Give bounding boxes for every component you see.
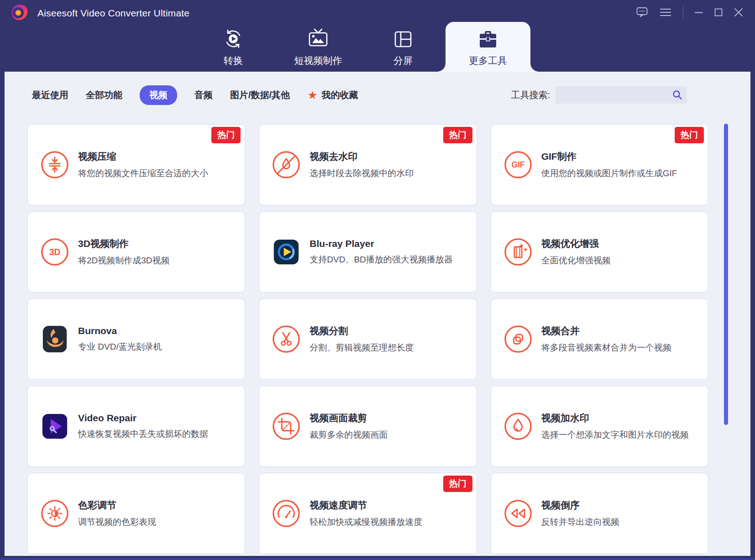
hot-badge: 热门 (211, 127, 241, 143)
filter-tab-2[interactable]: 视频 (140, 85, 177, 105)
nav-label: 短视频制作 (294, 54, 342, 67)
toolbox-icon (477, 26, 498, 51)
tool-card[interactable]: 3D 3D视频制作 将2D视频制作成3D视频 (27, 211, 245, 293)
bluray-app-icon (272, 238, 300, 266)
tool-card[interactable]: Burnova 专业 DVD/蓝光刻录机 (27, 298, 245, 380)
tool-card-desc: 全面优化增强视频 (541, 254, 611, 267)
filter-tab-3[interactable]: 音频 (194, 85, 213, 105)
tool-card-desc: 使用您的视频或图片制作或生成GIF (541, 167, 677, 180)
tool-card[interactable]: 热门 视频去水印 选择时段去除视频中的水印 (259, 124, 477, 205)
search-label: 工具搜索: (511, 89, 550, 101)
tool-card-desc: 专业 DVD/蓝光刻录机 (78, 340, 162, 353)
tool-card[interactable]: 视频加水印 选择一个想添加文字和图片水印的视频 (491, 386, 708, 467)
tool-card-desc: 选择时段去除视频中的水印 (309, 167, 414, 180)
search-area: 工具搜索: (511, 86, 687, 104)
close-icon[interactable] (734, 8, 743, 17)
titlebar-divider (683, 6, 683, 18)
nav-tab-more-tools[interactable]: 更多工具 (446, 22, 530, 72)
tool-card[interactable]: 视频合并 将多段音视频素材合并为一个视频 (491, 298, 708, 380)
search-box (556, 86, 687, 104)
content-panel: 最近使用 全部功能 视频 音频 图片/数据/其他 ★ 我的收藏 工具搜索: (5, 72, 750, 556)
minimize-icon[interactable] (695, 8, 703, 16)
filter-tab-5[interactable]: ★ 我的收藏 (307, 85, 358, 105)
filter-tab-0[interactable]: 最近使用 (32, 85, 68, 105)
hot-badge: 热门 (675, 127, 704, 143)
color-adjust-icon (41, 499, 69, 528)
maximize-icon[interactable] (714, 8, 723, 16)
speed-icon (272, 499, 300, 528)
brand: Aiseesoft Video Converter Ultimate (10, 3, 189, 24)
filter-tab-4[interactable]: 图片/数据/其他 (230, 85, 290, 105)
threed-circle-icon: 3D (41, 238, 69, 266)
scrollbar-thumb[interactable] (724, 124, 728, 425)
tool-card-title: 视频压缩 (78, 150, 208, 163)
video-split-icon (272, 325, 300, 353)
nav-tab-convert[interactable]: 转换 (191, 22, 276, 72)
tool-card-desc: 支持DVD、BD播放的强大视频播放器 (309, 253, 453, 266)
crop-icon (272, 412, 300, 440)
nav-tab-short-video[interactable]: 短视频制作 (276, 22, 361, 72)
reverse-icon (504, 499, 532, 528)
tool-card[interactable]: 色彩调节 调节视频的色彩表现 (27, 473, 245, 554)
tool-card-title: Burnova (78, 325, 162, 336)
compress-icon (41, 151, 69, 179)
filter-tabs: 最近使用 全部功能 视频 音频 图片/数据/其他 ★ 我的收藏 (32, 85, 358, 105)
tool-card-title: 视频优化增强 (541, 237, 611, 250)
tool-card-title: 视频速度调节 (309, 499, 422, 512)
tool-card-title: GIF制作 (541, 150, 677, 163)
tool-card[interactable]: Video Repair 快速恢复视频中丢失或损坏的数据 (27, 386, 245, 467)
hot-badge: 热门 (443, 476, 472, 492)
tool-card-title: 视频倒序 (541, 499, 619, 512)
split-screen-icon (393, 26, 413, 51)
tool-card-title: 视频画面裁剪 (309, 412, 388, 424)
nav-label: 转换 (224, 54, 243, 67)
filter-tab-1[interactable]: 全部功能 (86, 85, 122, 105)
tool-card-desc: 反转并导出逆向视频 (541, 516, 619, 529)
tool-card-desc: 将您的视频文件压缩至合适的大小 (78, 167, 208, 180)
tool-card[interactable]: 热门 视频速度调节 轻松加快或减慢视频播放速度 (259, 473, 477, 554)
tool-card-desc: 快速恢复视频中丢失或损坏的数据 (78, 428, 208, 440)
add-watermark-icon (504, 412, 532, 440)
tool-card[interactable]: 视频分割 分割、剪辑视频至理想长度 (259, 298, 477, 380)
tool-card-desc: 分割、剪辑视频至理想长度 (309, 341, 414, 354)
remove-watermark-icon (272, 151, 300, 179)
video-repair-app-icon (41, 412, 69, 440)
nav-label: 更多工具 (469, 54, 507, 67)
tool-card-desc: 将2D视频制作成3D视频 (78, 254, 170, 267)
burnova-app-icon (41, 325, 69, 353)
toolbar: 最近使用 全部功能 视频 音频 图片/数据/其他 ★ 我的收藏 工具搜索: (32, 85, 687, 105)
gif-circle-icon: GIF (504, 151, 532, 179)
svg-text:GIF: GIF (511, 160, 524, 169)
tool-card-desc: 将多段音视频素材合并为一个视频 (541, 341, 671, 354)
enhance-icon (504, 238, 532, 266)
tool-card-desc: 选择一个想添加文字和图片水印的视频 (541, 429, 689, 441)
svg-text:3D: 3D (49, 247, 61, 257)
tool-card-title: 3D视频制作 (78, 237, 170, 250)
nav-tab-split-screen[interactable]: 分屏 (361, 22, 446, 72)
tool-card-desc: 裁剪多余的视频画面 (309, 429, 388, 441)
short-video-icon (307, 26, 329, 51)
search-input[interactable] (556, 86, 687, 104)
tool-card[interactable]: 视频画面裁剪 裁剪多余的视频画面 (259, 386, 477, 467)
window-title: Aiseesoft Video Converter Ultimate (37, 8, 189, 19)
tool-card-title: 色彩调节 (78, 499, 156, 512)
tool-card[interactable]: 热门 视频压缩 将您的视频文件压缩至合适的大小 (27, 124, 245, 205)
main-nav: 转换 短视频制作 分屏 (191, 22, 530, 72)
hot-badge: 热门 (443, 127, 472, 143)
tool-card-title: Blu-ray Player (309, 238, 453, 249)
tool-card-title: 视频合并 (541, 324, 671, 337)
tool-card[interactable]: 视频倒序 反转并导出逆向视频 (491, 473, 708, 554)
feedback-icon[interactable] (636, 6, 648, 18)
tool-card-desc: 调节视频的色彩表现 (78, 516, 156, 529)
tool-card[interactable]: 视频优化增强 全面优化增强视频 (491, 211, 708, 293)
tool-grid: 热门 视频压缩 将您的视频文件压缩至合适的大小 热门 视频去水印 选择时段去除视… (27, 124, 708, 554)
window-controls (636, 6, 743, 18)
tool-card-desc: 轻松加快或减慢视频播放速度 (309, 516, 422, 529)
merge-icon (504, 325, 532, 353)
menu-icon[interactable] (660, 7, 671, 17)
tool-card[interactable]: 热门 GIF GIF制作 使用您的视频或图片制作或生成GIF (491, 124, 708, 205)
convert-icon (223, 26, 244, 51)
tool-card[interactable]: Blu-ray Player 支持DVD、BD播放的强大视频播放器 (259, 211, 477, 293)
app-logo-icon (10, 3, 29, 24)
nav-label: 分屏 (393, 54, 413, 67)
